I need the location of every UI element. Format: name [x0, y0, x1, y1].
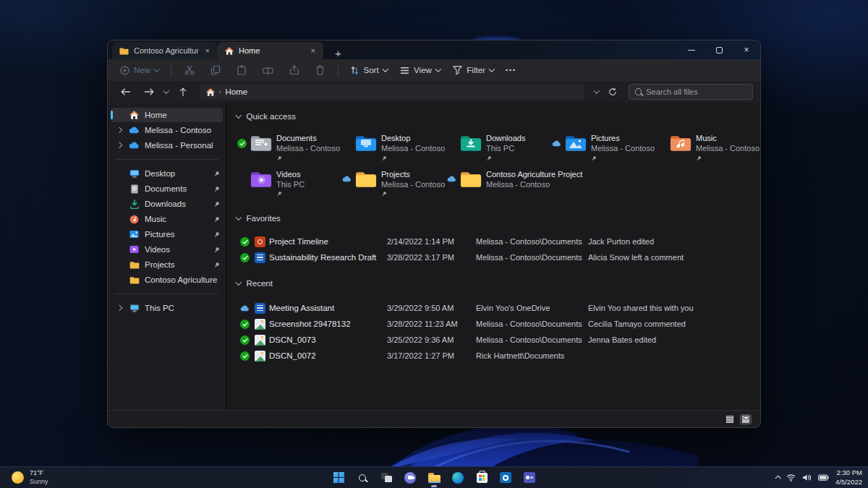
wifi-icon[interactable] [786, 474, 796, 481]
section-recent[interactable]: Recent [237, 277, 760, 290]
file-row-dscn-0073[interactable]: DSCN_0073 3/25/2022 9:36 AM Melissa - Co… [237, 332, 750, 348]
file-name: Project Timeline [269, 237, 387, 246]
sidebar-item-documents[interactable]: Documents [111, 181, 223, 196]
chevron-right-icon[interactable] [115, 143, 124, 147]
file-row-project-timeline[interactable]: Project Timeline 2/14/2022 1:14 PM Melis… [237, 234, 750, 249]
volume-icon[interactable] [802, 474, 812, 481]
sidebar-item-label: Videos [145, 245, 208, 254]
large-icons-view-button[interactable] [740, 414, 752, 424]
up-button[interactable] [173, 85, 193, 99]
sidebar-item-projects[interactable]: Projects [111, 257, 223, 272]
copy-icon [210, 65, 221, 75]
search-box[interactable] [629, 84, 753, 100]
sidebar-item-downloads[interactable]: Downloads [111, 197, 223, 211]
cut-button[interactable] [178, 63, 201, 77]
outlook-button[interactable] [496, 468, 515, 487]
sidebar-item-melissa-contoso[interactable]: Melissa - Contoso [111, 123, 223, 137]
quick-access-tile-contoso-agriculture-project[interactable]: Contoso Agriculture Project Melissa - Co… [446, 165, 605, 201]
tab-contoso-agriculture-project[interactable]: Contoso Agriculture Project × [112, 42, 218, 59]
teams-icon [524, 472, 535, 483]
delete-button[interactable] [309, 63, 331, 77]
sidebar-item-videos[interactable]: Videos [111, 242, 223, 257]
share-button[interactable] [283, 63, 306, 77]
weather-widget[interactable]: 71°F Sunny [7, 467, 53, 488]
maximize-button[interactable] [705, 40, 733, 59]
chevron-right-icon[interactable] [115, 306, 124, 310]
teams-button[interactable] [520, 468, 539, 487]
battery-icon[interactable] [818, 474, 829, 481]
edge-icon [452, 472, 464, 484]
synced-icon [240, 253, 250, 262]
file-row-screenshot[interactable]: Screenshot 29478132 3/28/2022 11:23 AM M… [237, 316, 750, 332]
chevron-right-icon[interactable] [115, 128, 124, 132]
paste-button[interactable] [230, 63, 253, 77]
view-button[interactable]: View [395, 64, 445, 77]
file-row-meeting-assistant[interactable]: Meeting Assistant 3/29/2022 9:50 AM Elvi… [237, 300, 750, 316]
sidebar-item-desktop[interactable]: Desktop [111, 166, 223, 181]
breadcrumb-separator-icon: › [219, 88, 221, 95]
details-view-button[interactable] [724, 414, 736, 424]
sidebar-item-home[interactable]: Home [111, 108, 223, 122]
sidebar-item-pictures[interactable]: Pictures [111, 227, 223, 241]
search-input[interactable] [646, 87, 746, 96]
quick-access-tile-downloads[interactable]: Downloads This PC [446, 129, 551, 165]
sidebar-item-music[interactable]: Music [111, 212, 223, 226]
command-bar: New Sort View Filter [108, 59, 760, 81]
section-favorites[interactable]: Favorites [237, 212, 760, 225]
arrow-left-icon [121, 87, 131, 96]
close-button[interactable]: × [733, 40, 760, 59]
breadcrumb-item[interactable]: Home [226, 87, 248, 96]
music-folder-icon [670, 132, 693, 154]
search-button[interactable] [353, 468, 372, 487]
copy-button[interactable] [204, 63, 227, 77]
more-options-button[interactable] [501, 69, 519, 72]
task-view-button[interactable] [377, 468, 396, 487]
hidden-icons-button[interactable] [776, 476, 780, 480]
microsoft-store-button[interactable] [472, 468, 491, 487]
file-row-sustainability-research-draft[interactable]: Sustainability Research Draft 3/28/2022 … [237, 249, 750, 265]
desktop-folder-icon [355, 132, 378, 154]
quick-access-tile-videos[interactable]: Videos This PC [237, 165, 341, 201]
start-button[interactable] [329, 468, 348, 487]
sidebar-item-melissa-personal[interactable]: Melissa - Personal [111, 138, 223, 153]
rename-button[interactable] [256, 64, 280, 77]
tab-close-icon[interactable]: × [309, 46, 318, 56]
refresh-button[interactable] [603, 85, 623, 98]
item-name: Music [696, 134, 717, 142]
share-icon [289, 65, 299, 75]
file-row-dscn-0072[interactable]: DSCN_0072 3/17/2022 1:27 PM Rick Hartnet… [237, 348, 750, 364]
filter-label: Filter [467, 66, 485, 74]
quick-access-tile-projects[interactable]: Projects Melissa - Contoso [341, 165, 446, 201]
pin-icon [381, 191, 445, 197]
section-quick-access[interactable]: Quick access [237, 110, 760, 123]
breadcrumb[interactable]: › Home [200, 84, 584, 100]
sidebar-item-label: Melissa - Contoso [145, 126, 220, 134]
forward-button[interactable] [138, 85, 160, 98]
quick-access-tile-pictures[interactable]: Pictures Melissa - Contoso [551, 129, 656, 165]
pin-icon [381, 155, 445, 161]
item-location: This PC [276, 180, 305, 189]
filter-button[interactable]: Filter [448, 64, 498, 77]
file-explorer-button[interactable] [425, 468, 443, 487]
recent-locations-button[interactable] [161, 87, 171, 96]
sidebar-item-this-pc[interactable]: This PC [111, 301, 223, 315]
new-button[interactable]: New [115, 64, 164, 77]
edge-button[interactable] [448, 468, 467, 487]
quick-access-tile-music[interactable]: Music Melissa - Contoso [656, 129, 760, 165]
sort-button[interactable]: Sort [345, 64, 393, 77]
synced-icon [240, 320, 250, 329]
tab-home[interactable]: Home × [218, 42, 323, 59]
windows-logo-icon [333, 472, 344, 483]
new-tab-button[interactable]: + [331, 47, 346, 59]
address-dropdown-button[interactable] [592, 87, 602, 96]
chat-button[interactable] [401, 468, 420, 487]
clock[interactable]: 2:30 PM 4/5/2022 [835, 468, 862, 487]
minimize-button[interactable] [678, 40, 705, 59]
quick-access-tile-desktop[interactable]: Desktop Melissa - Contoso [341, 129, 446, 165]
back-button[interactable] [115, 85, 137, 98]
tab-close-icon[interactable]: × [203, 46, 212, 56]
item-name: Projects [381, 170, 410, 179]
quick-access-tile-documents[interactable]: Documents Melissa - Contoso [237, 129, 341, 165]
cloud-status-icon [240, 305, 250, 312]
sidebar-item-contoso-agriculture-project[interactable]: Contoso Agriculture Project [111, 273, 223, 287]
